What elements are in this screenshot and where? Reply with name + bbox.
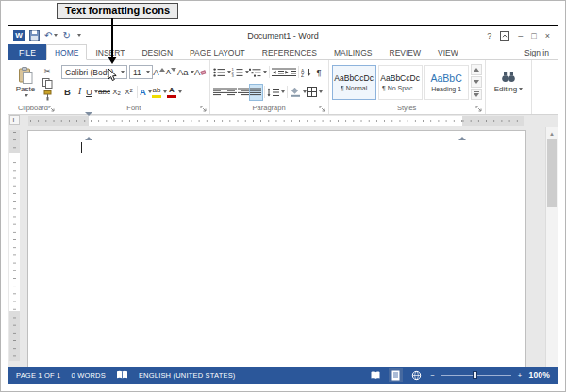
sort-button[interactable]: AZ: [301, 65, 313, 80]
line-spacing-button[interactable]: [267, 85, 285, 100]
tab-page-layout[interactable]: PAGE LAYOUT: [181, 44, 254, 60]
vertical-ruler-strip: [9, 130, 20, 361]
show-formatting-marks-button[interactable]: ¶: [313, 65, 325, 80]
strikethrough-button[interactable]: abc: [98, 85, 110, 100]
more-bar-icon: [474, 91, 479, 92]
vertical-ruler-text-area: [9, 153, 20, 311]
vertical-scrollbar[interactable]: ▲: [545, 127, 558, 367]
minimize-button[interactable]: –: [518, 31, 523, 41]
svg-text:Z: Z: [301, 73, 304, 77]
sign-in-link[interactable]: Sign in: [524, 44, 558, 60]
format-painter-icon: [42, 90, 53, 101]
language-indicator[interactable]: ENGLISH (UNITED STATES): [139, 371, 236, 380]
word-count[interactable]: 0 WORDS: [72, 371, 106, 380]
help-button[interactable]: ?: [487, 31, 491, 41]
increase-indent-button[interactable]: [284, 65, 296, 80]
right-indent-marker[interactable]: [458, 121, 466, 138]
proofing-icon[interactable]: [116, 370, 128, 380]
zoom-in-button[interactable]: +: [518, 371, 523, 380]
horizontal-ruler[interactable]: L: [8, 115, 558, 127]
editing-menu-button[interactable]: Editing: [489, 62, 528, 102]
ribbon-empty-space: [532, 60, 558, 114]
format-painter-button[interactable]: [40, 90, 55, 101]
styles-dialog-launcher[interactable]: [475, 106, 482, 112]
font-size-caret-icon: [146, 71, 150, 74]
tab-references[interactable]: REFERENCES: [254, 44, 325, 60]
align-center-button[interactable]: [225, 85, 238, 100]
clear-formatting-label: A: [194, 68, 200, 77]
clear-formatting-button[interactable]: A: [194, 65, 207, 80]
document-page[interactable]: [27, 130, 526, 367]
superscript-button[interactable]: X2: [123, 85, 135, 100]
ribbon-display-options-icon[interactable]: [500, 31, 509, 41]
hanging-indent-marker[interactable]: [85, 121, 92, 138]
zoom-out-button[interactable]: −: [430, 371, 435, 380]
vertical-ruler[interactable]: [8, 127, 22, 367]
styles-scroll-down-button[interactable]: [471, 76, 482, 88]
borders-button[interactable]: [307, 85, 323, 100]
shading-button[interactable]: [290, 85, 307, 100]
tab-selector[interactable]: L: [9, 115, 20, 125]
copy-button[interactable]: [40, 77, 55, 89]
superscript-small: 2: [130, 88, 133, 93]
redo-button[interactable]: ↻: [62, 31, 70, 41]
bullets-button[interactable]: [213, 65, 231, 80]
paste-caret-icon: [25, 94, 28, 97]
style-card-no-spacing[interactable]: AaBbCcDc ¶ No Spac...: [378, 65, 423, 100]
tab-view[interactable]: VIEW: [429, 44, 467, 60]
change-case-button[interactable]: Aa: [177, 65, 194, 80]
decrease-indent-button[interactable]: [272, 65, 284, 80]
text-effects-button[interactable]: A: [140, 85, 152, 100]
underline-button[interactable]: U: [86, 85, 98, 100]
pilcrow-icon: ¶: [317, 68, 322, 77]
styles-more-button[interactable]: [471, 89, 482, 100]
style-preview: AaBbCcDc: [334, 74, 374, 83]
read-mode-button[interactable]: [368, 368, 382, 382]
grow-font-button[interactable]: A: [153, 65, 165, 80]
font-dialog-launcher[interactable]: [200, 106, 207, 112]
style-card-normal[interactable]: AaBbCcDc ¶ Normal: [332, 65, 376, 100]
bullets-icon: [213, 68, 225, 77]
web-layout-button[interactable]: [409, 368, 424, 382]
cut-button[interactable]: ✂: [40, 65, 55, 76]
paste-button[interactable]: Paste: [11, 62, 40, 102]
customize-qat-button[interactable]: [77, 34, 81, 37]
zoom-slider[interactable]: [441, 370, 511, 380]
multilevel-list-button[interactable]: [249, 65, 267, 80]
tab-mailings[interactable]: MAILINGS: [325, 44, 381, 60]
save-icon[interactable]: [29, 30, 40, 41]
font-color-button[interactable]: A: [167, 85, 182, 100]
clipboard-dialog-launcher[interactable]: [48, 106, 55, 112]
align-right-button[interactable]: [238, 85, 250, 100]
tab-design[interactable]: DESIGN: [133, 44, 181, 60]
zoom-level[interactable]: 100%: [528, 370, 550, 380]
document-area: ▲: [8, 127, 558, 367]
zoom-slider-thumb[interactable]: [473, 371, 477, 379]
undo-button[interactable]: ↶: [44, 31, 58, 41]
align-center-icon: [225, 88, 237, 96]
paragraph-dialog-launcher[interactable]: [319, 106, 325, 112]
maximize-button[interactable]: □: [531, 31, 536, 41]
justify-button[interactable]: [250, 85, 262, 100]
styles-scroll-up-button[interactable]: [471, 64, 482, 75]
subscript-button[interactable]: X2: [110, 85, 123, 100]
align-left-icon: [213, 88, 225, 96]
font-size-select[interactable]: 11: [129, 65, 153, 79]
numbering-button[interactable]: 123: [231, 65, 249, 80]
scroll-up-button[interactable]: ▲: [546, 127, 558, 139]
tab-home[interactable]: HOME: [46, 44, 88, 60]
align-left-button[interactable]: [213, 85, 225, 100]
print-layout-button[interactable]: [389, 368, 403, 382]
sort-icon: AZ: [301, 68, 312, 77]
shrink-font-button[interactable]: A: [165, 65, 177, 80]
tab-review[interactable]: REVIEW: [381, 44, 430, 60]
style-card-heading1[interactable]: AaBbC Heading 1: [424, 65, 469, 100]
paragraph-separator4: [287, 86, 288, 98]
bold-button[interactable]: B: [61, 85, 74, 100]
italic-button[interactable]: I: [74, 85, 86, 100]
close-button[interactable]: ×: [545, 31, 550, 41]
tab-file[interactable]: FILE: [8, 44, 46, 60]
scrollbar-thumb[interactable]: [547, 139, 557, 207]
highlight-button[interactable]: ab: [152, 85, 167, 100]
page-indicator[interactable]: PAGE 1 OF 1: [16, 371, 61, 380]
